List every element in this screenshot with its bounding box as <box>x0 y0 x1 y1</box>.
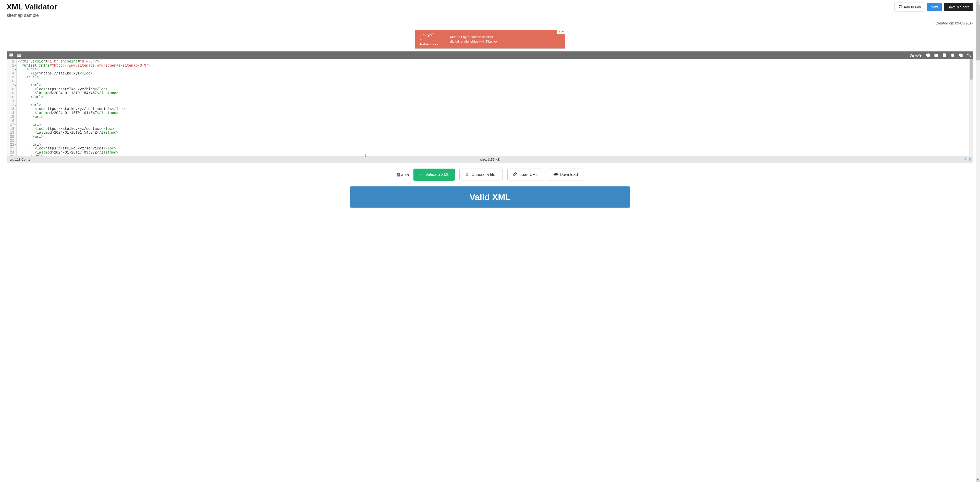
window-vertical-scrollbar[interactable]: ▲ ▼ <box>976 0 980 218</box>
scroll-up-arrow-icon[interactable]: ▲ <box>976 0 980 4</box>
validation-result-banner: Valid XML <box>350 186 630 208</box>
cursor-position: Ln: 118 Col: 1 <box>10 158 30 162</box>
sample-dropdown[interactable]: Sample <box>910 53 921 57</box>
new-button[interactable]: New <box>927 3 942 11</box>
validate-xml-button[interactable]: Validate XML <box>414 168 455 181</box>
auto-checkbox[interactable] <box>396 173 400 176</box>
ad-close-icon[interactable]: ✕ <box>561 30 565 35</box>
code-body[interactable]: <?xml version="1.0" encoding="UTF-8"?> <… <box>17 59 973 156</box>
save-icon[interactable] <box>942 53 947 58</box>
load-url-label: Load URL <box>519 173 538 177</box>
advertisement-banner[interactable]: ⓘ ✕ klaviyo™ ✕ Marine Layer Marine Layer… <box>415 30 565 49</box>
download-label: Download <box>560 173 578 177</box>
add-to-fav-label: Add to Fav <box>904 5 921 9</box>
compact-lines-icon[interactable] <box>17 53 22 58</box>
validate-label: Validate XML <box>425 173 449 177</box>
cloud-download-icon <box>553 172 558 178</box>
add-to-fav-button[interactable]: Add to Fav <box>894 3 925 11</box>
ad-info-icon[interactable]: ⓘ <box>557 30 561 35</box>
choose-file-label: Choose a file.. <box>471 173 497 177</box>
line-number-gutter: 1234567891011121314151617181920212223242… <box>7 59 17 156</box>
text-size-increase-icon[interactable]: T <box>968 157 970 162</box>
editor-toolbar: Sample <box>7 52 973 59</box>
copy-icon[interactable] <box>958 53 963 58</box>
trash-icon[interactable] <box>950 53 955 58</box>
editor-vertical-scrollbar[interactable] <box>969 59 973 156</box>
code-area[interactable]: 1234567891011121314151617181920212223242… <box>7 59 973 156</box>
history-icon[interactable] <box>926 53 931 58</box>
auto-label-text: Auto <box>401 173 409 177</box>
page-title: XML Validator <box>6 3 57 11</box>
svg-rect-3 <box>466 175 469 176</box>
folder-open-icon[interactable] <box>934 53 939 58</box>
ad-copy: Marine Layer powers smarter digital rela… <box>450 35 497 44</box>
save-share-button[interactable]: Save & Share <box>944 3 974 11</box>
load-url-button[interactable]: Load URL <box>508 168 543 181</box>
upload-icon <box>465 172 469 178</box>
file-size: size: 3.76 KB <box>480 158 500 162</box>
editor-statusbar: Ln: 118 Col: 1 size: 3.76 KB T T <box>7 156 973 163</box>
auto-checkbox-label[interactable]: Auto <box>396 173 409 177</box>
svg-rect-2 <box>959 54 962 56</box>
heart-icon <box>898 5 902 10</box>
svg-rect-0 <box>944 55 945 57</box>
fullscreen-icon[interactable] <box>966 53 972 58</box>
code-editor: Sample 123456789101112131415161718192021… <box>6 51 974 163</box>
text-size-decrease-icon[interactable]: T <box>965 157 966 162</box>
scrollbar-thumb[interactable] <box>976 4 980 60</box>
link-icon <box>513 172 517 178</box>
format-indent-icon[interactable] <box>8 53 14 58</box>
created-on-label: Created on: 09-03-2017 <box>935 21 974 25</box>
check-icon <box>419 172 423 178</box>
ad-brand-logo: klaviyo™ ✕ Marine Layer <box>420 33 438 46</box>
download-button[interactable]: Download <box>548 168 584 181</box>
page-subtitle: sitemap sample <box>6 13 57 18</box>
choose-file-button[interactable]: Choose a file.. <box>460 168 503 181</box>
